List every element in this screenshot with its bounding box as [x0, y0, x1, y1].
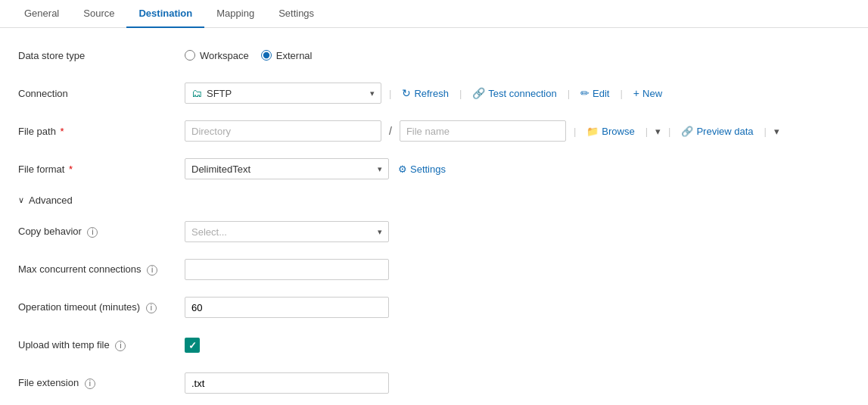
edit-button[interactable]: ✏ Edit [577, 86, 612, 101]
browse-chev: | [646, 126, 648, 137]
operation-timeout-info-icon[interactable]: i [146, 303, 157, 313]
max-concurrent-controls [185, 259, 850, 280]
data-store-type-radio-group: Workspace External [185, 50, 313, 61]
copy-behavior-controls: Select... ▾ [185, 221, 850, 242]
preview-data-label: Preview data [696, 126, 753, 137]
preview-dropdown-icon[interactable]: ▾ [774, 126, 779, 137]
preview-icon: 🔗 [681, 126, 693, 137]
required-star-format: * [66, 164, 73, 175]
advanced-chevron-icon: ∨ [18, 195, 24, 205]
data-store-type-label: Data store type [18, 50, 185, 61]
radio-external-input[interactable] [261, 50, 272, 61]
copy-behavior-dropdown[interactable]: Select... ▾ [185, 221, 389, 242]
sftp-folder-icon: 🗂 [191, 87, 202, 99]
connection-controls: 🗂 SFTP ▾ | ↻ Refresh | 🔗 Test connection… [185, 83, 850, 104]
radio-workspace-label: Workspace [200, 50, 249, 61]
connection-label: Connection [18, 88, 185, 99]
checkmark-icon: ✓ [188, 340, 197, 351]
file-extension-label: File extension i [18, 377, 185, 389]
copy-behavior-info-icon[interactable]: i [87, 227, 98, 238]
separator-preview: | [668, 126, 670, 137]
connection-chevron-icon: ▾ [370, 89, 375, 98]
browse-button[interactable]: 📁 Browse [583, 124, 637, 139]
required-star-filepath: * [58, 126, 64, 137]
preview-data-button[interactable]: 🔗 Preview data [678, 124, 756, 139]
data-store-type-row: Data store type Workspace External [18, 43, 850, 67]
edit-label: Edit [593, 88, 609, 99]
upload-temp-checkbox[interactable]: ✓ [185, 338, 200, 353]
connection-dropdown[interactable]: 🗂 SFTP ▾ [185, 83, 381, 104]
settings-label: Settings [410, 164, 446, 175]
radio-external-label: External [276, 50, 313, 61]
tab-destination[interactable]: Destination [126, 0, 204, 28]
radio-workspace-input[interactable] [185, 50, 195, 61]
test-connection-icon: 🔗 [472, 87, 485, 99]
separator3: | [568, 88, 570, 99]
file-extension-input[interactable] [185, 372, 389, 394]
file-format-value: DelimitedText [191, 164, 373, 175]
upload-temp-info-icon[interactable]: i [115, 341, 126, 351]
connection-value: SFTP [207, 88, 366, 99]
max-concurrent-row: Max concurrent connections i [18, 257, 850, 282]
tab-mapping[interactable]: Mapping [204, 0, 266, 28]
refresh-label: Refresh [414, 88, 449, 99]
filename-placeholder: File name [406, 126, 450, 137]
operation-timeout-controls [185, 297, 850, 318]
radio-external[interactable]: External [261, 50, 313, 61]
max-concurrent-info-icon[interactable]: i [147, 265, 157, 276]
settings-button[interactable]: ⚙ Settings [395, 162, 449, 176]
test-connection-button[interactable]: 🔗 Test connection [469, 86, 559, 101]
browse-folder-icon: 📁 [586, 126, 599, 137]
connection-row: Connection 🗂 SFTP ▾ | ↻ Refresh | 🔗 Test… [18, 81, 850, 105]
directory-input[interactable]: Directory [185, 120, 381, 142]
filepath-slash: / [389, 125, 392, 137]
test-connection-label: Test connection [488, 88, 556, 99]
max-concurrent-label: Max concurrent connections i [18, 263, 185, 276]
settings-gear-icon: ⚙ [398, 164, 407, 175]
upload-temp-label: Upload with temp file i [18, 339, 185, 351]
operation-timeout-row: Operation timeout (minutes) i [18, 295, 850, 319]
refresh-button[interactable]: ↻ Refresh [399, 86, 452, 101]
tabs-bar: General Source Destination Mapping Setti… [0, 0, 868, 28]
format-chevron-icon: ▾ [378, 164, 382, 174]
tab-source[interactable]: Source [71, 0, 126, 28]
upload-temp-row: Upload with temp file i ✓ [18, 333, 850, 357]
file-format-label: File format * [18, 164, 185, 175]
file-extension-info-icon[interactable]: i [85, 379, 95, 389]
file-path-controls: Directory / File name | 📁 Browse | ▾ | 🔗… [185, 120, 850, 142]
separator1: | [389, 88, 391, 99]
copy-behavior-placeholder: Select... [191, 226, 373, 238]
new-button[interactable]: + New [630, 86, 665, 101]
copy-behavior-chevron-icon: ▾ [378, 227, 382, 237]
filename-input[interactable]: File name [400, 120, 566, 142]
operation-timeout-input[interactable] [185, 297, 389, 318]
file-extension-controls [185, 372, 850, 394]
tab-settings[interactable]: Settings [266, 0, 326, 28]
tab-general[interactable]: General [12, 0, 71, 28]
browse-label: Browse [602, 126, 634, 137]
upload-temp-controls: ✓ [185, 338, 850, 353]
copy-behavior-label: Copy behavior i [18, 226, 185, 238]
new-label: New [642, 88, 662, 99]
separator-filepath: | [574, 126, 576, 137]
advanced-toggle[interactable]: ∨ Advanced [18, 195, 850, 206]
separator-preview2: | [764, 126, 767, 137]
max-concurrent-input[interactable] [185, 259, 389, 280]
radio-workspace[interactable]: Workspace [185, 50, 249, 61]
advanced-label: Advanced [29, 195, 73, 206]
operation-timeout-label: Operation timeout (minutes) i [18, 301, 185, 313]
separator4: | [620, 88, 622, 99]
file-format-row: File format * DelimitedText ▾ ⚙ Settings [18, 157, 850, 181]
separator2: | [459, 88, 462, 99]
data-store-type-controls: Workspace External [185, 50, 850, 61]
directory-placeholder: Directory [191, 126, 231, 137]
copy-behavior-row: Copy behavior i Select... ▾ [18, 220, 850, 244]
file-path-label: File path * [18, 126, 185, 137]
edit-icon: ✏ [580, 87, 590, 99]
file-format-dropdown[interactable]: DelimitedText ▾ [185, 158, 389, 179]
file-format-controls: DelimitedText ▾ ⚙ Settings [185, 158, 850, 179]
file-extension-row: File extension i [18, 371, 850, 395]
refresh-icon: ↻ [402, 87, 411, 99]
browse-dropdown-icon[interactable]: ▾ [655, 126, 661, 137]
file-path-row: File path * Directory / File name | 📁 Br… [18, 119, 850, 143]
